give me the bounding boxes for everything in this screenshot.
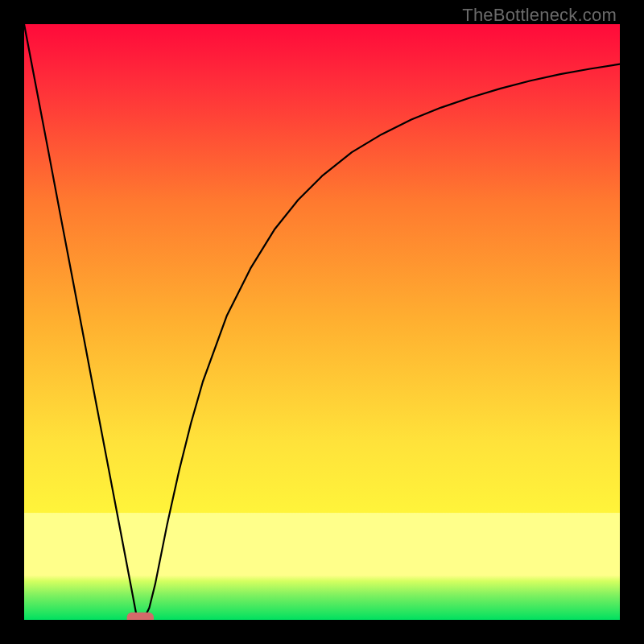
watermark-text: TheBottleneck.com (462, 5, 617, 26)
chart-frame (24, 24, 620, 620)
chart-svg (24, 24, 620, 620)
bottleneck-marker (127, 613, 154, 620)
gradient-background (24, 24, 620, 620)
